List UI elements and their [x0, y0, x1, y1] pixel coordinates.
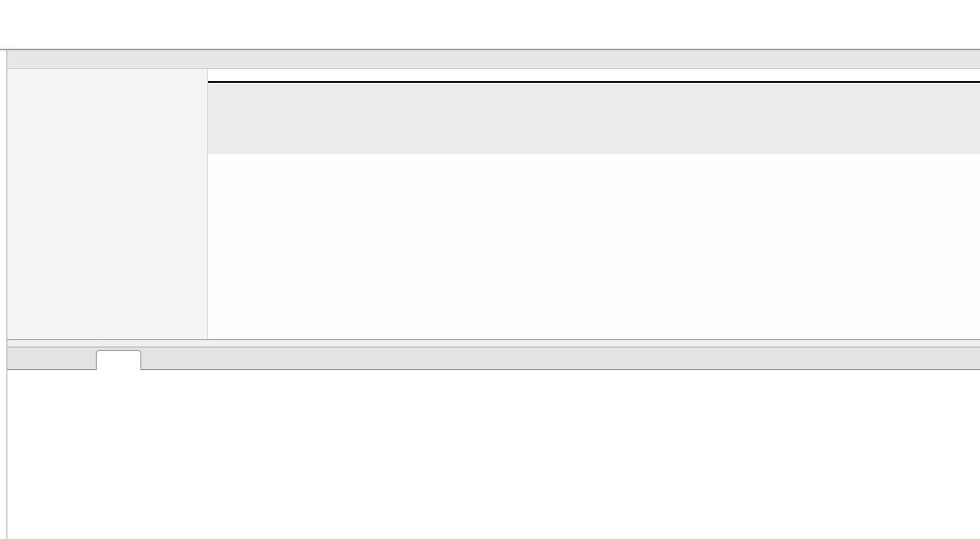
- trace-viewer-window: { "banner": { "color": "#f57f06" }, "win…: [0, 0, 980, 539]
- track-label-panel: [7, 69, 207, 339]
- timeline-empty-band: [207, 83, 980, 154]
- top-banner: [0, 0, 980, 49]
- timeline-ruler: [207, 69, 980, 83]
- details-panel: [7, 370, 980, 539]
- tab-slice[interactable]: [96, 350, 141, 370]
- details-header-bar: [7, 347, 980, 370]
- horizontal-splitter[interactable]: [7, 339, 980, 347]
- timeline-area[interactable]: [207, 69, 980, 339]
- panel-separator: [207, 69, 208, 339]
- trace-view-titlebar: [7, 50, 980, 69]
